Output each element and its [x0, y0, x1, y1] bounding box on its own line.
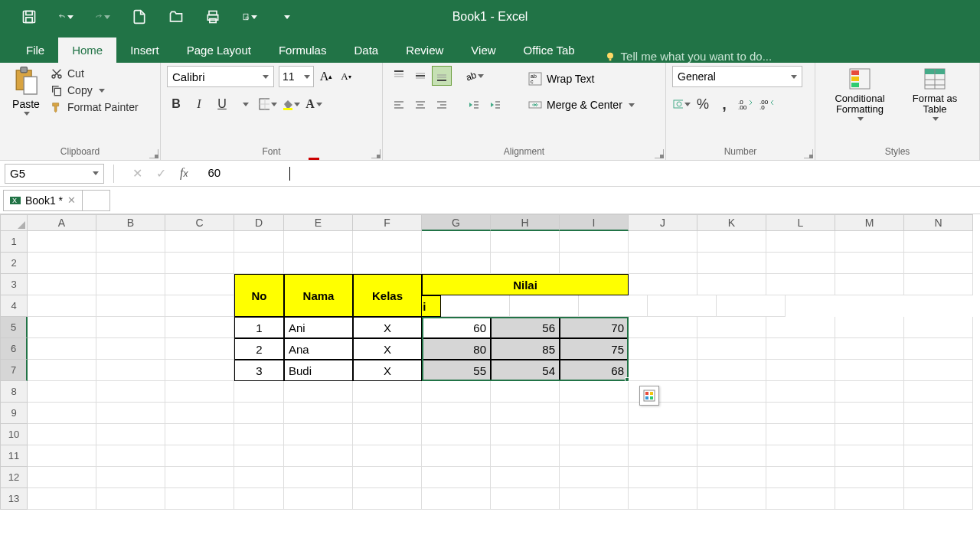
cell-E7[interactable]: Budi	[284, 360, 353, 381]
cell-M4[interactable]	[648, 295, 717, 317]
cell-E6[interactable]: Ana	[284, 338, 353, 360]
column-header-K[interactable]: K	[697, 214, 766, 231]
cell-H12[interactable]	[491, 467, 560, 488]
cell-H1[interactable]	[491, 231, 560, 253]
tab-review[interactable]: Review	[392, 37, 457, 63]
cell-B13[interactable]	[96, 488, 165, 510]
cell-J9[interactable]	[629, 403, 697, 424]
cell-B6[interactable]	[96, 338, 165, 360]
cell-A1[interactable]	[28, 231, 96, 253]
column-header-F[interactable]: F	[353, 214, 422, 231]
cell-B4[interactable]	[96, 295, 165, 317]
cell-A8[interactable]	[28, 381, 96, 403]
cell-J12[interactable]	[629, 467, 697, 488]
cell-F7[interactable]: X	[353, 360, 422, 381]
cell-N4[interactable]	[717, 295, 786, 317]
cell-D3[interactable]: No	[234, 274, 284, 317]
cell-D9[interactable]	[234, 403, 284, 424]
cell-G6[interactable]: 80	[422, 338, 491, 360]
cell-E1[interactable]	[284, 231, 353, 253]
cell-B8[interactable]	[96, 381, 165, 403]
cell-B3[interactable]	[96, 274, 165, 295]
increase-indent-button[interactable]	[485, 95, 505, 115]
bold-button[interactable]: B	[167, 95, 185, 113]
cell-F6[interactable]: X	[353, 338, 422, 360]
column-header-H[interactable]: H	[491, 214, 560, 231]
cell-G12[interactable]	[422, 467, 491, 488]
cell-N12[interactable]	[904, 467, 973, 488]
cell-F10[interactable]	[353, 424, 422, 445]
cell-L9[interactable]	[766, 403, 835, 424]
cell-L3[interactable]	[766, 274, 835, 295]
cell-L11[interactable]	[766, 445, 835, 467]
align-center-button[interactable]	[410, 95, 430, 115]
quick-print-icon[interactable]	[205, 9, 220, 24]
cell-L4[interactable]	[579, 295, 648, 317]
cell-K12[interactable]	[697, 467, 766, 488]
cell-K2[interactable]	[697, 253, 766, 274]
new-tab-button[interactable]	[83, 190, 110, 211]
cell-N11[interactable]	[904, 445, 973, 467]
cell-C10[interactable]	[165, 424, 234, 445]
cell-L8[interactable]	[766, 381, 835, 403]
cell-B11[interactable]	[96, 445, 165, 467]
tab-insert[interactable]: Insert	[116, 37, 173, 63]
cell-E13[interactable]	[284, 488, 353, 510]
cell-G8[interactable]	[422, 381, 491, 403]
name-box[interactable]: G5	[5, 164, 104, 184]
cell-N13[interactable]	[904, 488, 973, 510]
fill-color-button[interactable]	[282, 95, 300, 113]
cell-N9[interactable]	[904, 403, 973, 424]
cell-N2[interactable]	[904, 253, 973, 274]
cell-G11[interactable]	[422, 445, 491, 467]
cell-F1[interactable]	[353, 231, 422, 253]
cell-B2[interactable]	[96, 253, 165, 274]
cell-H11[interactable]	[491, 445, 560, 467]
tab-view[interactable]: View	[457, 37, 509, 63]
column-header-L[interactable]: L	[766, 214, 835, 231]
number-launcher[interactable]	[804, 149, 813, 158]
cell-H7[interactable]: 54	[491, 360, 560, 381]
quick-analysis-button[interactable]	[639, 386, 659, 406]
cell-E2[interactable]	[284, 253, 353, 274]
cell-M1[interactable]	[835, 231, 904, 253]
cell-H2[interactable]	[491, 253, 560, 274]
cell-M10[interactable]	[835, 424, 904, 445]
cell-M9[interactable]	[835, 403, 904, 424]
align-middle-button[interactable]	[410, 66, 430, 86]
cell-M2[interactable]	[835, 253, 904, 274]
cell-F12[interactable]	[353, 467, 422, 488]
cell-J7[interactable]	[629, 360, 697, 381]
cell-J10[interactable]	[629, 424, 697, 445]
cell-C11[interactable]	[165, 445, 234, 467]
cell-D12[interactable]	[234, 467, 284, 488]
row-header-1[interactable]: 1	[0, 231, 28, 253]
cell-C2[interactable]	[165, 253, 234, 274]
cell-E11[interactable]	[284, 445, 353, 467]
tab-pagelayout[interactable]: Page Layout	[173, 37, 265, 63]
close-tab-icon[interactable]: ✕	[67, 194, 76, 206]
conditional-formatting-button[interactable]: Conditional Formatting	[827, 66, 893, 146]
cell-A12[interactable]	[28, 467, 96, 488]
column-header-A[interactable]: A	[28, 214, 96, 231]
cell-A10[interactable]	[28, 424, 96, 445]
accounting-format-button[interactable]	[672, 95, 691, 113]
orientation-button[interactable]: ab	[464, 66, 484, 86]
row-header-11[interactable]: 11	[0, 445, 28, 467]
column-header-G[interactable]: G	[422, 214, 491, 231]
redo-icon[interactable]	[95, 9, 110, 24]
cell-B12[interactable]	[96, 467, 165, 488]
cell-E5[interactable]: Ani	[284, 317, 353, 338]
clipboard-launcher[interactable]	[149, 149, 158, 158]
cut-button[interactable]: Cut	[51, 67, 139, 80]
cell-K10[interactable]	[697, 424, 766, 445]
column-header-B[interactable]: B	[96, 214, 165, 231]
column-header-J[interactable]: J	[629, 214, 697, 231]
row-header-7[interactable]: 7	[0, 360, 28, 381]
cell-N1[interactable]	[904, 231, 973, 253]
wrap-text-button[interactable]: abcWrap Text	[524, 69, 639, 89]
cell-L7[interactable]	[766, 360, 835, 381]
cell-J13[interactable]	[629, 488, 697, 510]
underline-dropdown[interactable]	[236, 95, 254, 113]
cell-C6[interactable]	[165, 338, 234, 360]
